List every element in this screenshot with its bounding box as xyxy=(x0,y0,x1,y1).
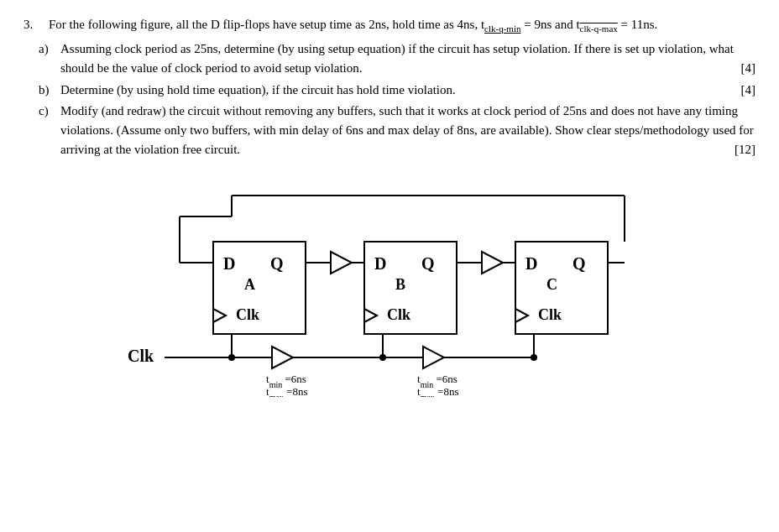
t-clk-q-max-sub: clk-q-max xyxy=(580,23,618,34)
problem-number: 3. For the following figure, all the D f… xyxy=(24,15,755,36)
part-a: a) Assuming clock period as 25ns, determ… xyxy=(39,39,755,79)
ff-c-name: C xyxy=(546,276,557,293)
ff-a-q-label: Q xyxy=(270,254,284,273)
buffer1-symbol xyxy=(331,252,352,274)
ff-b-clk-label: Clk xyxy=(387,306,410,323)
part-c-label: c) xyxy=(39,102,55,160)
diagram-container: D Q A Clk D Q B Clk D Q C Clk xyxy=(24,179,755,397)
part-c: c) Modify (and redraw) the circuit witho… xyxy=(39,102,755,160)
problem-section: 3. For the following figure, all the D f… xyxy=(24,15,755,160)
ff-b-d-label: D xyxy=(374,254,386,273)
circuit-diagram: D Q A Clk D Q B Clk D Q C Clk xyxy=(104,179,675,397)
part-a-label: a) xyxy=(39,39,55,79)
ff-b-q-label: Q xyxy=(421,254,435,273)
ff-a-clk-label: Clk xyxy=(236,306,259,323)
part-c-marks: [12] xyxy=(735,140,755,159)
ff-c-clk-label: Clk xyxy=(538,306,562,323)
t-clk-q-min-sub: clk-q-min xyxy=(484,23,520,34)
part-a-marks: [4] xyxy=(741,59,756,78)
clk-input-label: Clk xyxy=(128,347,154,365)
ff-c-d-label: D xyxy=(525,254,537,273)
sub-parts-list: a) Assuming clock period as 25ns, determ… xyxy=(39,39,755,160)
problem-intro: For the following figure, all the D flip… xyxy=(49,15,657,36)
ff-c-q-label: Q xyxy=(572,254,586,273)
ff-b-name: B xyxy=(395,276,405,293)
part-c-text: Modify (and redraw) the circuit without … xyxy=(60,102,755,160)
part-b-text: Determine (by using hold time equation),… xyxy=(60,81,755,100)
part-b-marks: [4] xyxy=(741,81,756,100)
clk-buf2-symbol xyxy=(423,347,444,368)
ff-a-d-label: D xyxy=(223,254,235,273)
problem-num-label: 3. xyxy=(24,15,42,36)
ff-a-name: A xyxy=(244,276,255,293)
buffer2-symbol xyxy=(482,252,503,274)
part-b: b) Determine (by using hold time equatio… xyxy=(39,81,755,100)
part-a-text: Assuming clock period as 25ns, determine… xyxy=(60,39,755,79)
part-b-label: b) xyxy=(39,81,55,100)
clk-buf1-symbol xyxy=(272,347,293,368)
